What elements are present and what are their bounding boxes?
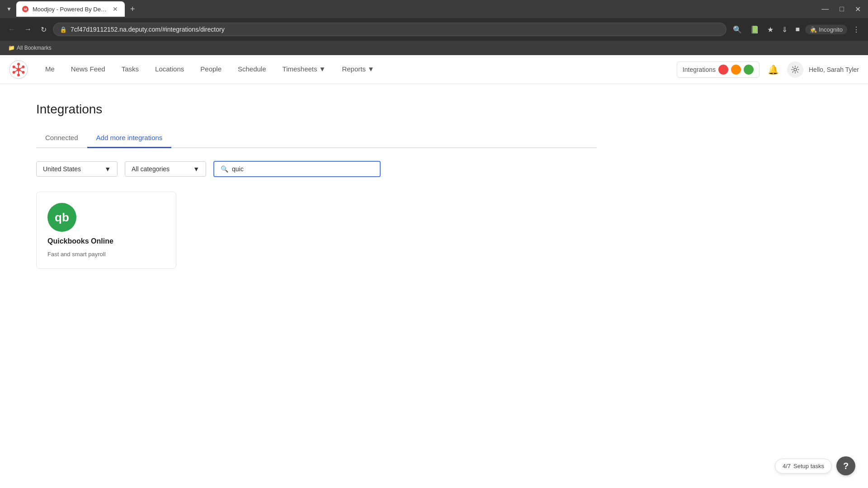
search-input[interactable] (232, 165, 373, 173)
close-window-button[interactable]: ✕ (851, 4, 864, 14)
nav-me[interactable]: Me (37, 55, 63, 84)
incognito-icon: 🕵 (810, 26, 817, 33)
maximize-button[interactable]: □ (836, 4, 848, 14)
integration-dot-1 (718, 65, 728, 75)
app-logo[interactable] (9, 60, 28, 79)
download-button[interactable]: ⇓ (779, 23, 790, 36)
integrations-label: Integrations (683, 66, 716, 73)
window-controls: — □ ✕ (818, 4, 864, 14)
svg-point-13 (794, 68, 797, 71)
tab-close-button[interactable]: ✕ (111, 5, 119, 13)
browser-tab-active[interactable]: M Moodjoy - Powered By Deputy. ✕ (16, 1, 125, 17)
tab-connected[interactable]: Connected (36, 129, 87, 148)
filters-row: United States ▼ All categories ▼ 🔍 (36, 161, 597, 177)
extensions-button[interactable]: ■ (793, 23, 803, 35)
svg-point-6 (17, 74, 20, 76)
quickbooks-description: Fast and smart payroll (47, 251, 106, 258)
category-value: All categories (132, 165, 170, 173)
user-greeting[interactable]: Hello, Sarah Tyler (809, 66, 859, 73)
tab-title: Moodjoy - Powered By Deputy. (33, 6, 108, 13)
incognito-badge[interactable]: 🕵 Incognito (805, 25, 847, 34)
top-navigation: Me News Feed Tasks Locations People Sche… (0, 55, 868, 84)
svg-point-3 (17, 63, 20, 66)
bookmark-folder-icon: 📁 (8, 45, 15, 51)
security-lock-icon: 🔒 (60, 26, 67, 33)
reload-button[interactable]: ↻ (38, 23, 49, 36)
integrations-badge[interactable]: Integrations (677, 61, 760, 78)
notifications-bell-button[interactable]: 🔔 (765, 61, 782, 78)
country-value: United States (43, 165, 81, 173)
app-container: Me News Feed Tasks Locations People Sche… (0, 55, 868, 488)
timesheets-dropdown-icon: ▼ (319, 65, 326, 73)
settings-button[interactable] (787, 61, 803, 78)
nav-reports[interactable]: Reports ▼ (334, 55, 382, 84)
svg-text:M: M (24, 7, 27, 11)
search-icon: 🔍 (221, 165, 228, 173)
tab-group-button[interactable]: ▼ (4, 4, 14, 14)
svg-point-7 (13, 71, 15, 74)
url-text: 7cf47d19112152.na.deputy.com/#integratio… (71, 26, 225, 33)
incognito-label: Incognito (819, 26, 843, 33)
browser-tab-bar: ▼ M Moodjoy - Powered By Deputy. ✕ + — □… (0, 0, 868, 18)
integration-card-quickbooks[interactable]: qb Quickbooks Online Fast and smart payr… (36, 192, 176, 269)
svg-point-5 (22, 71, 24, 74)
nav-people[interactable]: People (192, 55, 230, 84)
svg-point-4 (22, 66, 24, 68)
search-lens-button[interactable]: 🔍 (730, 23, 745, 36)
nav-right: Integrations 🔔 Hello, Sarah Tyler (677, 61, 859, 78)
setup-tasks-progress: 4/7 (783, 463, 791, 469)
deputy-logo-icon (9, 60, 28, 79)
browser-chrome: ▼ M Moodjoy - Powered By Deputy. ✕ + — □… (0, 0, 868, 55)
category-dropdown-icon: ▼ (193, 165, 199, 173)
all-bookmarks-button[interactable]: 📁 All Bookmarks (5, 44, 54, 52)
bookmark-star-button[interactable]: ★ (764, 23, 776, 36)
url-bar[interactable]: 🔒 7cf47d19112152.na.deputy.com/#integrat… (53, 23, 726, 36)
quickbooks-logo-text: qb (55, 211, 69, 225)
settings-gear-icon (791, 66, 799, 74)
help-button[interactable]: ? (836, 456, 855, 475)
new-tab-button[interactable]: + (127, 3, 139, 16)
all-bookmarks-label: All Bookmarks (17, 45, 52, 51)
browser-toolbar-actions: 🔍 📗 ★ ⇓ ■ 🕵 Incognito ⋮ (730, 23, 863, 36)
setup-tasks-pill[interactable]: 4/7 Setup tasks (775, 459, 832, 474)
tab-add-more[interactable]: Add more integrations (87, 129, 172, 148)
quickbooks-logo: qb (47, 203, 76, 232)
reader-mode-button[interactable]: 📗 (747, 23, 762, 36)
nav-tasks[interactable]: Tasks (113, 55, 147, 84)
reports-dropdown-icon: ▼ (368, 65, 374, 73)
tabs-container: Connected Add more integrations (36, 129, 597, 148)
quickbooks-name: Quickbooks Online (47, 237, 113, 245)
integration-dot-2 (731, 65, 741, 75)
category-filter[interactable]: All categories ▼ (125, 161, 206, 177)
integration-dot-3 (744, 65, 754, 75)
nav-schedule[interactable]: Schedule (230, 55, 274, 84)
search-bar[interactable]: 🔍 (213, 161, 381, 177)
help-question-mark-icon: ? (843, 461, 849, 471)
help-fab: 4/7 Setup tasks ? (775, 456, 855, 475)
bookmarks-bar: 📁 All Bookmarks (0, 41, 868, 55)
country-dropdown-icon: ▼ (104, 165, 111, 173)
page-title: Integrations (36, 102, 597, 117)
forward-button[interactable]: → (22, 23, 34, 35)
back-button[interactable]: ← (5, 23, 18, 35)
nav-timesheets[interactable]: Timesheets ▼ (274, 55, 334, 84)
country-filter[interactable]: United States ▼ (36, 161, 118, 177)
main-content: Integrations Connected Add more integrat… (0, 84, 633, 287)
tab-favicon: M (22, 5, 29, 13)
svg-point-8 (13, 66, 15, 68)
menu-button[interactable]: ⋮ (850, 23, 863, 36)
nav-links: Me News Feed Tasks Locations People Sche… (37, 55, 677, 84)
minimize-button[interactable]: — (818, 4, 832, 14)
setup-tasks-label: Setup tasks (793, 463, 824, 469)
nav-newsfeed[interactable]: News Feed (63, 55, 113, 84)
integrations-grid: qb Quickbooks Online Fast and smart payr… (36, 192, 597, 269)
nav-locations[interactable]: Locations (147, 55, 192, 84)
address-bar: ← → ↻ 🔒 7cf47d19112152.na.deputy.com/#in… (0, 18, 868, 41)
